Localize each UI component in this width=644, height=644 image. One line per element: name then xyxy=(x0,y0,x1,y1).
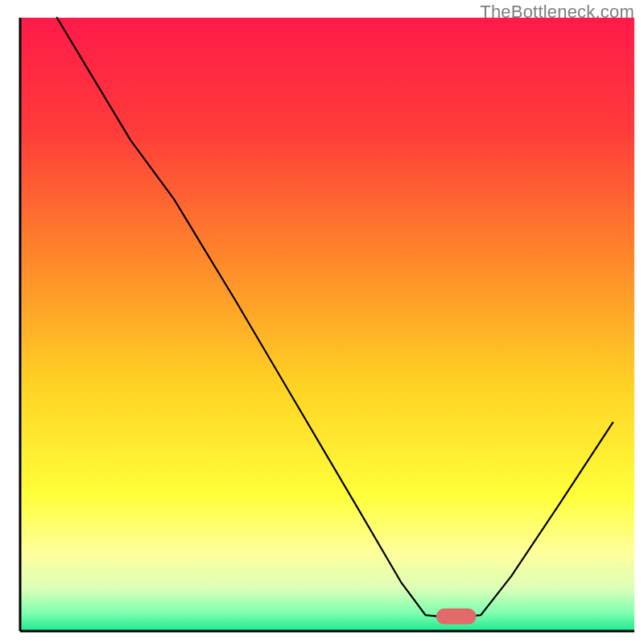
bottleneck-chart: TheBottleneck.com xyxy=(0,0,644,644)
chart-svg xyxy=(0,0,644,644)
optimal-marker xyxy=(436,609,477,625)
watermark-text: TheBottleneck.com xyxy=(480,2,634,23)
